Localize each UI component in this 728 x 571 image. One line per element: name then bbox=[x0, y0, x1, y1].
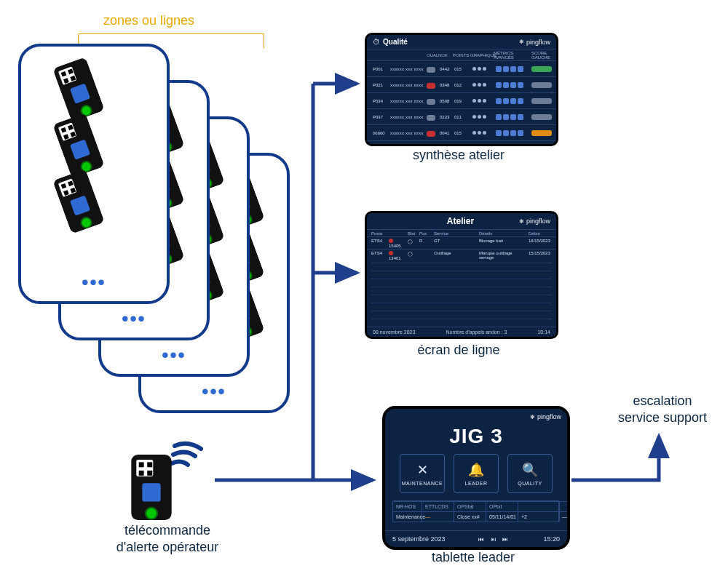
table-header: OUAL NOK POINTS Graphique Métrics avancé… bbox=[367, 49, 556, 60]
tile-maintenance[interactable]: ✕ MAINTENANCE bbox=[400, 454, 445, 493]
andon-remote-icon bbox=[52, 57, 105, 122]
table-header: Poste Blal Pos Service Détails Début bbox=[367, 230, 556, 236]
bell-icon: 🔔 bbox=[468, 462, 484, 478]
card-more-icon: ••• bbox=[141, 380, 287, 403]
tile-leader[interactable]: 🔔 LEADER bbox=[454, 454, 499, 493]
screen-footer: 08 novembre 2023 Nombre d'appels andon :… bbox=[367, 327, 556, 337]
andon-remote-icon bbox=[52, 169, 105, 234]
remote-device bbox=[131, 433, 211, 516]
screen-title: Qualité bbox=[383, 38, 408, 46]
card-more-icon: ••• bbox=[101, 344, 247, 367]
tile-row: ✕ MAINTENANCE 🔔 LEADER 🔍 QUALITY bbox=[385, 454, 567, 493]
tile-quality[interactable]: 🔍 QUALITY bbox=[507, 454, 553, 493]
screen-title: Atelier bbox=[447, 216, 474, 226]
label-tablette: tablette leader bbox=[382, 549, 564, 566]
empty-rows bbox=[371, 263, 552, 327]
table-row: ETS4 15405◯RGTBlocage bati16/15/2023 bbox=[367, 236, 556, 249]
tablet-title: JIG 3 bbox=[385, 425, 567, 448]
zone-card-stack: ••• ••• ••• ••• bbox=[15, 44, 284, 378]
tablet-table: NR·HOS ETTLCDS OPStat OPtxt Maintenance … bbox=[392, 500, 560, 522]
label-remote: télécommanded'alerte opérateur bbox=[87, 522, 248, 555]
andon-remote-icon bbox=[131, 455, 172, 523]
card-more-icon: ••• bbox=[61, 308, 207, 330]
label-synthese: synthèse atelier bbox=[364, 147, 553, 164]
label-ecran: écran de ligne bbox=[364, 342, 553, 359]
label-escalation: escalationservice support bbox=[604, 393, 721, 426]
table-row: ETS4 13401◯OutillageManque outillage ser… bbox=[367, 249, 556, 261]
table-row: 54481xxxxxx xxx xxxx0041015 bbox=[367, 140, 556, 146]
screen-ligne: Atelier pingflow Poste Blal Pos Service … bbox=[365, 211, 558, 339]
table-row: P021xxxxxx xxx xxxx0348012 bbox=[367, 76, 556, 92]
screen-tablette: pingflow JIG 3 ✕ MAINTENANCE 🔔 LEADER 🔍 … bbox=[382, 406, 570, 550]
andon-remote-icon bbox=[52, 113, 105, 178]
search-icon: 🔍 bbox=[522, 462, 538, 478]
play-controls-icon: ⏮ ⏯ ⏭ bbox=[478, 536, 510, 543]
card-more-icon: ••• bbox=[21, 271, 167, 294]
brand-logo: pingflow bbox=[530, 413, 561, 420]
table-row: P034xxxxxx xxx xxxx0508019 bbox=[367, 92, 556, 108]
wifi-icon bbox=[172, 444, 201, 465]
brand-logo: pingflow bbox=[519, 217, 550, 225]
annotation-zones: zones ou lignes bbox=[103, 13, 194, 28]
tools-icon: ✕ bbox=[417, 462, 428, 478]
table-row: P001xxxxxx xxx xxxx0442015 bbox=[367, 60, 556, 76]
table-row: P037xxxxxx xxx xxxx0223011 bbox=[367, 108, 556, 124]
tablet-footer: 5 septembre 2023 ⏮ ⏯ ⏭ 15:20 bbox=[385, 530, 567, 547]
gauge-icon: ⏱ bbox=[373, 38, 380, 46]
table-row: 06660xxxxxx xxx xxxx0041015 bbox=[367, 124, 556, 140]
screen-synthese: ⏱ Qualité pingflow OUAL NOK POINTS Graph… bbox=[365, 33, 558, 146]
zone-card-front: ••• bbox=[18, 44, 170, 304]
brand-logo: pingflow bbox=[519, 39, 550, 46]
